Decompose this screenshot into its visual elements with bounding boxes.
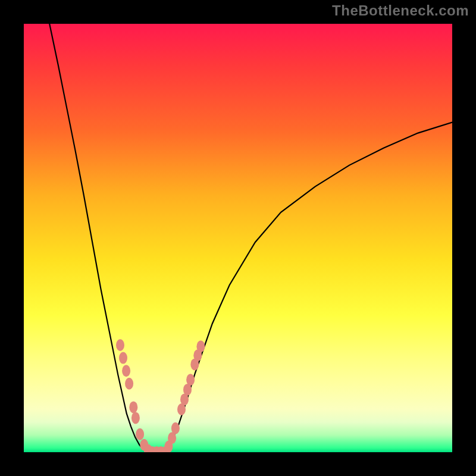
right-curve — [165, 123, 452, 452]
bead-marker — [131, 412, 140, 424]
left-curve — [49, 24, 148, 452]
bead-marker — [136, 428, 144, 440]
marker-beads — [116, 339, 205, 452]
bead-marker — [186, 374, 195, 386]
curves-svg — [24, 24, 452, 452]
bead-marker — [129, 401, 137, 413]
watermark-text: TheBottleneck.com — [332, 2, 469, 19]
bead-marker — [171, 422, 180, 434]
chart-frame: TheBottleneck.com — [0, 0, 476, 476]
bead-marker — [119, 352, 127, 364]
bead-marker — [125, 378, 133, 390]
bead-marker — [196, 340, 205, 352]
bead-marker — [122, 365, 130, 377]
plot-area — [24, 24, 452, 452]
bead-marker — [116, 339, 124, 351]
